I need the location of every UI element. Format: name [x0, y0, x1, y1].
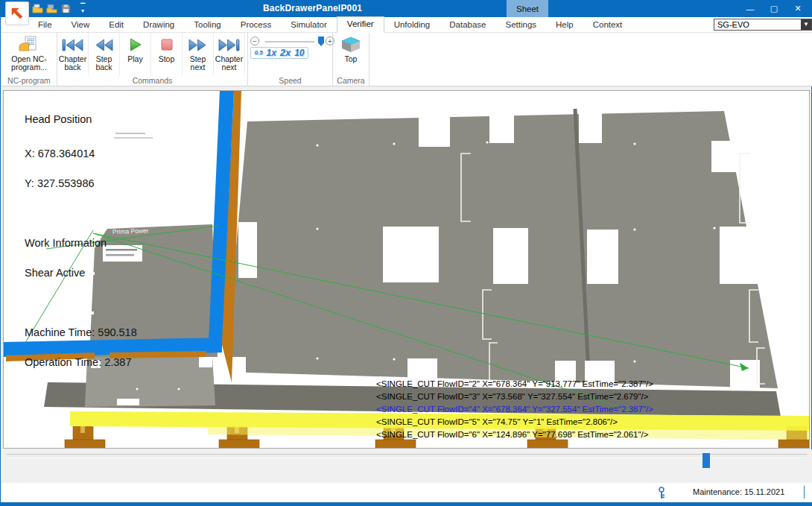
- head-position-x: X: 678.364014: [25, 149, 137, 159]
- tab-settings[interactable]: Settings: [495, 17, 546, 32]
- tab-unfolding[interactable]: Unfolding: [384, 17, 440, 32]
- dropdown-arrow-icon[interactable]: ▼: [801, 19, 811, 30]
- nc-line: <SINGLE_CUT FlowID="2" X="678.364" Y="91…: [376, 379, 653, 388]
- group-camera: Top Camera: [333, 33, 369, 86]
- status-separator: [804, 486, 805, 499]
- machine-time: Machine Time: 590.518: [25, 328, 137, 338]
- tab-simulator[interactable]: Simulator: [281, 17, 337, 32]
- step-back-label: Step back: [92, 55, 117, 72]
- quick-access-toolbar: ▔▾: [32, 3, 85, 14]
- tab-file[interactable]: File: [28, 17, 62, 32]
- speed-slider-track[interactable]: [265, 41, 314, 42]
- head-position-title: Head Position: [25, 115, 137, 125]
- chapter-next-label: Chapter next: [213, 55, 246, 72]
- step-next-label: Step next: [185, 55, 211, 72]
- chapter-back-label: Chapter back: [58, 55, 88, 72]
- tab-edit[interactable]: Edit: [99, 17, 133, 32]
- speed-preset-2x[interactable]: 2x: [280, 48, 291, 58]
- nc-program-file-icon: 1010 0101: [19, 37, 39, 53]
- play-button[interactable]: Play: [120, 33, 151, 75]
- nc-line: <SINGLE_CUT FlowID="6" X="124.896" Y="77…: [376, 430, 649, 439]
- nc-line: <SINGLE_CUT FlowID="5" X="74.75" Y="1" E…: [376, 417, 618, 426]
- timeline-strip: [1, 449, 812, 483]
- camera-top-label: Top: [345, 55, 358, 63]
- ribbon-tab-bar: File View Edit Drawing Tooling Process S…: [1, 17, 812, 33]
- timeline-thumb[interactable]: [702, 453, 710, 468]
- sheet-panel: [216, 105, 778, 390]
- tab-drawing[interactable]: Drawing: [133, 17, 184, 32]
- window-bottom-border: [1, 502, 812, 506]
- step-back-icon: [95, 37, 113, 53]
- group-label-camera: Camera: [333, 76, 369, 85]
- chapter-back-icon: [62, 37, 83, 53]
- app-logo-icon: [9, 5, 25, 22]
- work-info-title: Work Information: [25, 238, 137, 249]
- play-icon: [130, 37, 142, 53]
- license-key-icon: [657, 487, 666, 499]
- machine-selector-dropdown[interactable]: SG-EVO ▼: [714, 19, 812, 31]
- minimize-button[interactable]: —: [738, 0, 762, 17]
- step-back-button[interactable]: Step back: [89, 33, 120, 75]
- open-machine-icon[interactable]: [46, 3, 57, 14]
- app-logo-button[interactable]: [5, 1, 29, 25]
- group-speed: − + 0.5 1x 2x 10 Speed: [248, 33, 333, 86]
- title-bar: BackDrawerPanelP001 Sheet — ▢ ✕: [1, 0, 812, 17]
- app-window: BackDrawerPanelP001 Sheet — ▢ ✕ ▔▾ File …: [0, 0, 812, 506]
- speed-preset-05x[interactable]: 0.5: [254, 48, 262, 58]
- close-button[interactable]: ✕: [786, 0, 810, 17]
- nc-line: <SINGLE_CUT FlowID="3" X="73.568" Y="327…: [376, 392, 649, 401]
- speed-preset-1x[interactable]: 1x: [267, 48, 276, 58]
- maintenance-date: Maintenance: 15.11.2021: [693, 487, 784, 496]
- stop-label: Stop: [159, 55, 175, 63]
- status-bar: Maintenance: 15.11.2021: [1, 483, 812, 502]
- step-next-icon: [188, 37, 207, 53]
- step-next-button[interactable]: Step next: [183, 33, 214, 75]
- open-nc-program-button[interactable]: 1010 0101 Open NC-program...: [2, 33, 57, 75]
- tab-view[interactable]: View: [62, 17, 100, 32]
- tab-tooling[interactable]: Tooling: [184, 17, 230, 32]
- nc-line-active: <SINGLE_CUT FlowID="4" X="678.364" Y="32…: [376, 405, 653, 414]
- machine-selector-value: SG-EVO: [717, 20, 749, 29]
- work-info-status: Shear Active: [25, 268, 137, 279]
- save-icon[interactable]: [60, 3, 72, 14]
- timeline-track[interactable]: [7, 454, 807, 458]
- speed-decrease-button[interactable]: −: [250, 37, 259, 45]
- maximize-button[interactable]: ▢: [762, 0, 786, 17]
- tab-help[interactable]: Help: [546, 17, 583, 32]
- stop-icon: [161, 37, 173, 53]
- open-file-icon[interactable]: [32, 3, 43, 14]
- group-commands: Chapter back Step back Play Stop: [57, 33, 248, 86]
- play-label: Play: [127, 55, 142, 63]
- tab-database[interactable]: Database: [440, 17, 495, 32]
- operation-time: Operation Time: 2.387: [25, 358, 137, 368]
- chapter-next-button[interactable]: Chapter next: [214, 33, 245, 75]
- group-nc-program: 1010 0101 Open NC-program... NC-program: [1, 33, 57, 86]
- head-position-y: Y: 327.553986: [25, 179, 137, 189]
- group-label-speed: Speed: [248, 76, 332, 85]
- camera-top-button[interactable]: Top: [334, 33, 369, 75]
- window-title: BackDrawerPanelP001: [263, 3, 362, 13]
- 3d-viewport[interactable]: Prima Power: [3, 90, 810, 449]
- chapter-next-icon: [218, 37, 240, 53]
- camera-cube-icon: [341, 37, 361, 53]
- tab-context[interactable]: Context: [583, 17, 632, 32]
- group-label-commands: Commands: [57, 76, 247, 85]
- tab-process[interactable]: Process: [231, 17, 282, 32]
- hud-overlay: Head Position X: 678.364014 Y: 327.55398…: [25, 95, 137, 388]
- ribbon: 1010 0101 Open NC-program... NC-program …: [1, 33, 812, 86]
- qat-customize-icon[interactable]: ▔▾: [80, 4, 85, 13]
- context-tab-sheet[interactable]: Sheet: [507, 0, 548, 17]
- open-nc-program-label: Open NC-program...: [4, 55, 54, 72]
- tab-verifier[interactable]: Verifier: [337, 16, 384, 34]
- group-label-nc-program: NC-program: [1, 76, 57, 85]
- speed-preset-10x[interactable]: 10: [294, 48, 304, 58]
- speed-presets: 0.5 1x 2x 10: [250, 47, 308, 59]
- stop-button[interactable]: Stop: [151, 33, 183, 75]
- chapter-back-button[interactable]: Chapter back: [57, 33, 89, 75]
- speed-slider-thumb[interactable]: [317, 36, 325, 50]
